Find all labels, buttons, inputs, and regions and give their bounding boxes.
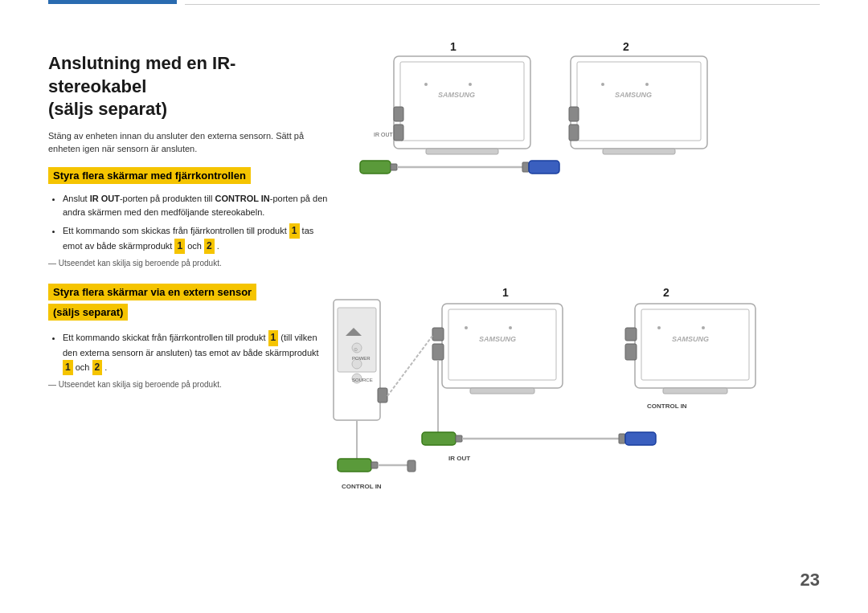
- svg-text:1: 1: [450, 40, 457, 53]
- svg-rect-21: [603, 149, 675, 154]
- svg-rect-65: [625, 344, 637, 360]
- svg-rect-51: [422, 432, 456, 445]
- svg-rect-8: [394, 125, 403, 141]
- svg-rect-55: [625, 432, 656, 445]
- svg-rect-64: [625, 328, 637, 341]
- svg-text:1: 1: [502, 286, 509, 299]
- svg-point-19: [601, 83, 604, 86]
- svg-point-6: [469, 83, 472, 86]
- svg-rect-59: [641, 309, 749, 380]
- svg-rect-22: [569, 107, 579, 121]
- section2: Styra flera skärmar via en extern sensor…: [48, 284, 820, 512]
- section2-diagram-svg: 1 2 ⊙ POWER SOURCE: [330, 284, 780, 509]
- section2-heading2: (säljs separat): [48, 304, 128, 321]
- section1-diagram-svg: 1 2 SAMSUNG IR OUT: [346, 36, 747, 221]
- section1-bullets: Anslut IR OUT-porten på produkten till C…: [48, 192, 330, 255]
- intro-text: Stäng av enheten innan du ansluter den e…: [48, 129, 321, 156]
- section2-bullets: Ett kommando skickat från fjärrkontrolle…: [48, 330, 330, 375]
- svg-rect-63: [663, 388, 727, 394]
- svg-rect-37: [338, 459, 371, 472]
- section2-left: Styra flera skärmar via en extern sensor…: [48, 284, 330, 512]
- section1-note: — Utseendet kan skilja sig beroende på p…: [48, 259, 330, 268]
- main-title: Anslutning med en IR-stereokabel (säljs …: [48, 52, 330, 121]
- svg-text:SAMSUNG: SAMSUNG: [479, 335, 516, 343]
- svg-point-20: [645, 83, 649, 86]
- section1-left: Anslutning med en IR-stereokabel (säljs …: [48, 36, 330, 268]
- svg-rect-54: [619, 434, 625, 443]
- svg-rect-43: [448, 309, 556, 380]
- svg-rect-10: [394, 107, 403, 121]
- svg-rect-47: [470, 388, 534, 394]
- bullet1: Anslut IR OUT-porten på produkten till C…: [63, 192, 330, 220]
- svg-text:IR OUT: IR OUT: [374, 132, 393, 137]
- svg-rect-49: [432, 328, 444, 341]
- svg-text:SAMSUNG: SAMSUNG: [672, 335, 709, 343]
- page-number: 23: [800, 570, 820, 591]
- svg-point-46: [509, 326, 512, 329]
- svg-rect-12: [391, 164, 397, 170]
- svg-rect-15: [529, 161, 559, 174]
- page-container: Anslutning med en IR-stereokabel (säljs …: [0, 0, 868, 613]
- svg-text:2: 2: [623, 40, 629, 53]
- bullet2: Ett kommando som skickas från fjärrkontr…: [63, 223, 330, 254]
- svg-text:⊙: ⊙: [354, 347, 358, 352]
- section2-note: — Utseendet kan skilja sig beroende på p…: [48, 380, 330, 389]
- svg-text:POWER: POWER: [352, 356, 371, 361]
- svg-point-45: [465, 326, 468, 329]
- svg-text:IR OUT: IR OUT: [448, 455, 470, 462]
- svg-rect-7: [426, 149, 498, 154]
- svg-point-5: [424, 83, 428, 86]
- svg-text:2: 2: [663, 286, 669, 299]
- section2-bullet1: Ett kommando skickat från fjärrkontrolle…: [63, 330, 330, 375]
- svg-rect-35: [378, 388, 387, 403]
- svg-point-61: [657, 326, 661, 329]
- svg-rect-17: [577, 62, 701, 141]
- svg-rect-23: [569, 125, 579, 141]
- top-divider: [185, 4, 820, 5]
- section1-heading: Styra flera skärmar med fjärrkontrollen: [48, 167, 251, 184]
- svg-rect-52: [456, 435, 462, 442]
- section1-diagram: 1 2 SAMSUNG IR OUT: [346, 36, 820, 268]
- svg-text:SAMSUNG: SAMSUNG: [615, 91, 652, 99]
- svg-text:CONTROL IN: CONTROL IN: [342, 483, 382, 490]
- section2-diagram: 1 2 ⊙ POWER SOURCE: [330, 284, 820, 512]
- svg-rect-38: [371, 462, 378, 468]
- svg-rect-14: [522, 162, 529, 172]
- svg-rect-11: [360, 161, 391, 174]
- svg-point-62: [702, 326, 705, 329]
- svg-rect-40: [407, 460, 416, 472]
- svg-text:SOURCE: SOURCE: [352, 378, 373, 382]
- svg-rect-48: [432, 344, 444, 360]
- section2-heading1: Styra flera skärmar via en extern sensor: [48, 284, 256, 300]
- svg-text:SAMSUNG: SAMSUNG: [438, 91, 475, 99]
- svg-rect-3: [400, 62, 524, 141]
- section1: Anslutning med en IR-stereokabel (säljs …: [48, 36, 820, 268]
- svg-text:CONTROL IN: CONTROL IN: [647, 403, 687, 410]
- top-bar: [48, 0, 177, 4]
- svg-line-57: [387, 336, 432, 396]
